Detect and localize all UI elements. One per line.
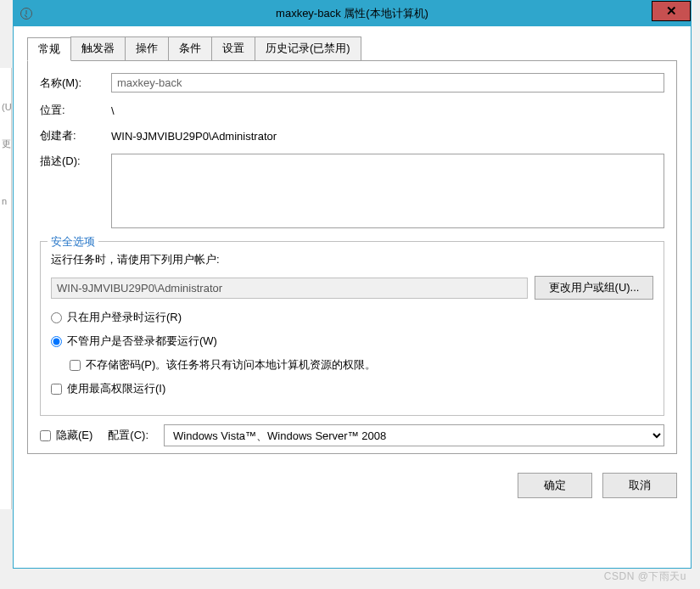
config-select[interactable]: Windows Vista™、Windows Server™ 2008	[164, 424, 664, 446]
radio-run-any[interactable]: 不管用户是否登录都要运行(W)	[51, 334, 653, 349]
radio-run-logged-on-input[interactable]	[51, 312, 62, 323]
run-as-user-display: WIN-9JMVIBU29P0\Administrator	[51, 278, 528, 299]
checkbox-highest-priv-label: 使用最高权限运行(I)	[67, 381, 165, 396]
properties-dialog: maxkey-back 属性(本地计算机) ✕ 常规 触发器 操作 条件 设置 …	[13, 0, 692, 569]
change-user-button[interactable]: 更改用户或组(U)...	[535, 276, 653, 300]
ok-button[interactable]: 确定	[518, 473, 592, 498]
close-button[interactable]: ✕	[652, 1, 691, 21]
security-options-fieldset: 安全选项 运行任务时，请使用下列用户帐户: WIN-9JMVIBU29P0\Ad…	[40, 241, 664, 416]
creator-label: 创建者:	[40, 128, 111, 143]
tab-history[interactable]: 历史记录(已禁用)	[255, 36, 361, 60]
checkbox-hidden-input[interactable]	[40, 430, 51, 441]
description-input[interactable]	[111, 154, 664, 228]
name-label: 名称(M):	[40, 76, 111, 91]
content-area: 常规 触发器 操作 条件 设置 历史记录(已禁用) 名称(M): 位置: \ 创…	[14, 26, 691, 463]
cancel-button[interactable]: 取消	[602, 473, 677, 498]
close-icon: ✕	[666, 3, 677, 19]
checkbox-highest-priv-input[interactable]	[51, 384, 62, 395]
radio-run-logged-on-label: 只在用户登录时运行(R)	[67, 310, 182, 325]
location-label: 位置:	[40, 103, 111, 118]
checkbox-highest-priv[interactable]: 使用最高权限运行(I)	[51, 381, 653, 396]
checkbox-hidden-label: 隐藏(E)	[56, 428, 92, 443]
watermark: CSDN @下雨天u	[604, 569, 686, 584]
checkbox-hidden[interactable]: 隐藏(E)	[40, 428, 92, 443]
clock-icon	[20, 8, 32, 20]
background-edge: (U 更 n	[0, 68, 12, 509]
run-as-prompt: 运行任务时，请使用下列用户帐户:	[51, 252, 653, 267]
radio-run-any-label: 不管用户是否登录都要运行(W)	[67, 334, 217, 349]
radio-run-logged-on[interactable]: 只在用户登录时运行(R)	[51, 310, 653, 325]
creator-value: WIN-9JMVIBU29P0\Administrator	[111, 130, 664, 143]
checkbox-no-store-password-label: 不存储密码(P)。该任务将只有访问本地计算机资源的权限。	[86, 357, 376, 373]
titlebar: maxkey-back 属性(本地计算机) ✕	[14, 1, 691, 26]
name-input[interactable]	[111, 73, 664, 93]
config-label: 配置(C):	[108, 428, 148, 443]
tab-panel-general: 名称(M): 位置: \ 创建者: WIN-9JMVIBU29P0\Admini…	[27, 61, 677, 454]
location-value: \	[111, 104, 664, 117]
description-label: 描述(D):	[40, 154, 111, 169]
tab-actions[interactable]: 操作	[125, 36, 169, 60]
window-title: maxkey-back 属性(本地计算机)	[276, 6, 428, 21]
bottom-row: 隐藏(E) 配置(C): Windows Vista™、Windows Serv…	[40, 424, 664, 446]
dialog-buttons: 确定 取消	[14, 463, 691, 502]
radio-run-any-input[interactable]	[51, 336, 62, 347]
tab-general[interactable]: 常规	[27, 37, 71, 61]
tab-settings[interactable]: 设置	[211, 36, 255, 60]
checkbox-no-store-password-input[interactable]	[70, 360, 81, 371]
security-legend: 安全选项	[48, 234, 98, 250]
tab-conditions[interactable]: 条件	[168, 36, 212, 60]
tabs-bar: 常规 触发器 操作 条件 设置 历史记录(已禁用)	[27, 36, 677, 61]
checkbox-no-store-password[interactable]: 不存储密码(P)。该任务将只有访问本地计算机资源的权限。	[70, 357, 653, 373]
tab-triggers[interactable]: 触发器	[70, 36, 126, 60]
